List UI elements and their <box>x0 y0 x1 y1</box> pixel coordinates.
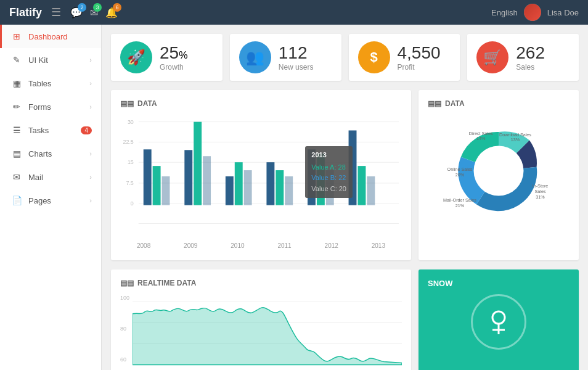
svg-text:Mail-Order Sales: Mail-Order Sales <box>443 197 476 203</box>
users-label: New users <box>279 63 314 72</box>
main-content: 🚀 25% Growth 👥 112 New users $ <box>102 25 588 370</box>
sidebar-item-tables[interactable]: ▦ Tables › <box>0 72 101 95</box>
svg-point-44 <box>492 311 505 324</box>
svg-text:22.5: 22.5 <box>123 139 133 145</box>
svg-text:Online Sales: Online Sales <box>447 166 473 172</box>
stat-growth-value: 25% <box>160 43 187 63</box>
tasks-icon: ☰ <box>11 125 22 135</box>
snow-svg <box>483 306 514 337</box>
svg-rect-19 <box>244 170 252 205</box>
svg-point-29 <box>474 146 524 196</box>
dashboard-icon: ⊞ <box>11 31 22 41</box>
svg-text:In-Store: In-Store <box>533 183 549 189</box>
bar-chart-svg: 30 22.5 15 7.5 0 <box>120 115 402 239</box>
tooltip-value-b: Value B: 22 <box>311 173 346 184</box>
ylabel-100: 100 <box>120 295 129 301</box>
snow-title: SNOW <box>428 279 452 288</box>
mail-icon-wrap[interactable]: ✉ 3 <box>90 7 98 18</box>
realtime-chart-card: ▤▤ REALTIME DATA 100 80 60 <box>111 269 411 370</box>
svg-text:15: 15 <box>128 159 134 165</box>
growth-icon: 🚀 <box>120 41 152 73</box>
sidebar-item-pages[interactable]: 📄 Pages › <box>0 189 101 212</box>
sidebar-item-mail[interactable]: ✉ Mail › <box>0 165 101 189</box>
sidebar-item-dashboard[interactable]: ⊞ Dashboard <box>0 25 101 48</box>
xlabel-2010: 2010 <box>231 242 244 249</box>
charts-row: ▤▤ DATA 30 22.5 15 <box>111 90 579 260</box>
svg-rect-12 <box>153 166 161 205</box>
xlabel-2013: 2013 <box>372 242 385 249</box>
growth-label: Growth <box>160 63 187 72</box>
donut-wrap: Download Sales 13% Direct Sales 14% In-S… <box>428 115 570 226</box>
realtime-chart-area: 100 80 60 <box>120 295 402 370</box>
realtime-icon: ▤▤ <box>120 279 134 287</box>
ylabel-60: 60 <box>120 356 129 363</box>
sidebar-label-tables: Tables <box>28 79 52 88</box>
bar-chart-area: 30 22.5 15 7.5 0 <box>120 115 402 251</box>
svg-text:30: 30 <box>128 119 134 125</box>
sidebar-label-charts: Charts <box>28 149 52 158</box>
pages-icon: 📄 <box>11 195 22 205</box>
stat-users-text: 112 New users <box>279 43 314 72</box>
snow-card: SNOW <box>419 269 579 370</box>
sidebar-item-tasks[interactable]: ☰ Tasks 4 <box>0 118 101 142</box>
realtime-title: ▤▤ REALTIME DATA <box>120 279 402 287</box>
sales-icon: 🛒 <box>476 41 508 73</box>
donut-chart-card: ▤▤ DATA <box>419 90 579 260</box>
bar-chart-card: ▤▤ DATA 30 22.5 15 <box>111 90 411 260</box>
chevron-right-icon: › <box>89 56 92 64</box>
stats-row: 🚀 25% Growth 👥 112 New users $ <box>111 34 579 81</box>
uikit-icon: ✎ <box>11 55 22 65</box>
profit-icon: $ <box>358 41 390 73</box>
svg-rect-18 <box>235 162 243 205</box>
mail-icon: ✉ <box>11 172 22 182</box>
bar-chart-xlabels: 2008 2009 2010 2011 2012 2013 <box>120 242 402 249</box>
svg-text:14%: 14% <box>476 136 486 141</box>
svg-rect-20 <box>266 162 274 205</box>
bell-icon-wrap[interactable]: 🔔 6 <box>105 7 118 18</box>
stat-users: 👥 112 New users <box>230 34 341 81</box>
sales-label: Sales <box>516 63 545 72</box>
realtime-ylabels: 100 80 60 <box>120 295 132 363</box>
svg-rect-27 <box>357 166 365 205</box>
svg-text:21%: 21% <box>455 203 465 208</box>
stat-profit: $ 4,550 Profit <box>349 34 460 81</box>
xlabel-2008: 2008 <box>137 242 150 249</box>
users-number: 112 <box>279 43 308 62</box>
svg-text:20%: 20% <box>455 172 465 178</box>
svg-rect-28 <box>367 176 375 205</box>
sidebar-item-forms[interactable]: ✏ Forms › <box>0 95 101 118</box>
bar-chart-title: ▤▤ DATA <box>120 99 402 108</box>
chat-icon-wrap[interactable]: 💬 2 <box>70 7 83 18</box>
chevron-right-icon-3: › <box>89 103 92 110</box>
sidebar-label-dashboard: Dashboard <box>28 32 68 41</box>
user-name: Lisa Doe <box>547 8 579 17</box>
mail-badge: 3 <box>93 3 102 12</box>
svg-rect-14 <box>184 150 192 205</box>
sidebar-label-mail: Mail <box>28 173 43 182</box>
language-selector[interactable]: English <box>491 8 518 17</box>
sidebar-label-uikit: UI Kit <box>28 56 48 65</box>
tooltip-value-c: Value C: 20 <box>311 184 346 195</box>
stat-sales: 🛒 262 Sales <box>467 34 579 81</box>
ylabel-80: 80 <box>120 326 129 332</box>
chevron-right-icon-4: › <box>89 150 92 157</box>
bell-badge: 6 <box>113 3 121 12</box>
avatar[interactable] <box>524 4 541 21</box>
sidebar-item-charts[interactable]: ▤ Charts › <box>0 142 101 165</box>
snow-icon-wrap <box>428 294 570 350</box>
sales-number: 262 <box>516 43 545 62</box>
svg-text:Sales: Sales <box>535 189 546 194</box>
stat-profit-value: 4,550 <box>398 43 441 63</box>
chevron-right-icon-2: › <box>89 80 92 87</box>
svg-rect-16 <box>203 156 211 205</box>
tooltip-year: 2013 <box>311 150 346 161</box>
app-logo: Flatify <box>9 6 42 19</box>
stat-growth: 🚀 25% Growth <box>111 34 223 81</box>
profit-number: 4,550 <box>398 43 441 62</box>
sidebar-item-uikit[interactable]: ✎ UI Kit › <box>0 48 101 72</box>
donut-title-icon: ▤▤ <box>428 99 441 108</box>
xlabel-2012: 2012 <box>325 242 338 249</box>
hamburger-icon[interactable]: ☰ <box>51 6 61 19</box>
topbar-icons: 💬 2 ✉ 3 🔔 6 <box>70 7 118 18</box>
realtime-row: ▤▤ REALTIME DATA 100 80 60 <box>111 269 579 370</box>
